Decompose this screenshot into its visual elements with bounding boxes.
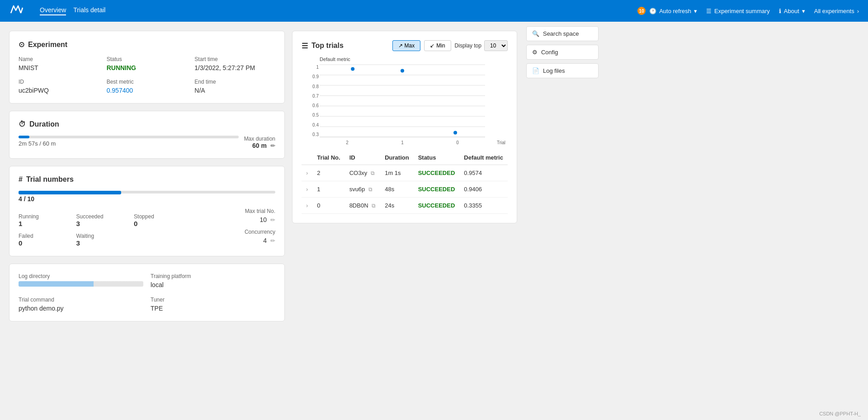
- search-icon: 🔍: [532, 30, 539, 37]
- table-row: › 2 CO3xy ⧉ 1m 1s SUCCEEDED 0.9574: [302, 165, 508, 181]
- nav-trials-detail[interactable]: Trials detail: [73, 6, 105, 15]
- sidebar-right: 🔍 Search space ⚙ Config 📄 Log files: [526, 22, 599, 420]
- trial-command-field: Trial command python demo.py: [19, 297, 143, 312]
- top-trials-icon: ☰: [302, 42, 308, 50]
- experiment-status-field: Status RUNNING: [107, 56, 188, 71]
- experiment-icon: ⊙: [19, 40, 24, 49]
- trial-id-2: 8DB0N ⧉: [345, 198, 381, 214]
- experiment-summary-label: Experiment summary: [714, 8, 770, 14]
- row-expand-2[interactable]: ›: [306, 202, 308, 209]
- row-expand-0[interactable]: ›: [306, 170, 308, 176]
- log-card: Log directory Training platform local Tr…: [9, 264, 285, 321]
- duration-edit-icon[interactable]: ✏: [270, 142, 275, 149]
- svg-point-8: [351, 67, 354, 71]
- auto-refresh-chevron: ▾: [694, 8, 697, 14]
- experiment-best-metric-field: Best metric 0.957400: [107, 79, 188, 94]
- col-metric: Default metric: [459, 151, 508, 165]
- trial-count: 4 / 10: [19, 195, 275, 203]
- svg-point-9: [401, 69, 404, 73]
- trial-id-1: svu6p ⧉: [345, 181, 381, 198]
- trial-status-2: SUCCEEDED: [414, 198, 460, 214]
- max-icon: ↗: [398, 42, 403, 49]
- duration-icon: ⏱: [19, 120, 26, 128]
- trial-no-0: 2: [312, 165, 344, 181]
- table-row: › 0 8DB0N ⧉ 24s SUCCEEDED 0.3355: [302, 198, 508, 214]
- log-dir-bar: [19, 281, 143, 287]
- menu-icon: ☰: [706, 8, 712, 14]
- log-files-icon: 📄: [532, 67, 539, 74]
- trial-metric-1: 0.9406: [459, 181, 508, 198]
- running-stat: Running 1: [19, 213, 71, 227]
- row-expand-1[interactable]: ›: [306, 186, 308, 193]
- top-trials-header: ☰ Top trials ↗ Max ↙ Min Displa: [302, 40, 508, 51]
- about-chevron: ▾: [802, 8, 805, 14]
- max-button[interactable]: ↗ Max: [392, 40, 421, 51]
- duration-progress-fill: [19, 136, 29, 138]
- chart-container: 1 0.9 0.8 0.7 0.6 0.5 0.4 0.3: [320, 65, 485, 137]
- tuner-field: Tuner TPE: [151, 297, 275, 312]
- log-files-label: Log files: [543, 67, 565, 74]
- col-status: Status: [414, 151, 460, 165]
- nav-overview[interactable]: Overview: [40, 6, 66, 15]
- sidebar-config[interactable]: ⚙ Config: [526, 45, 599, 60]
- waiting-stat: Waiting 3: [76, 233, 129, 247]
- footer-text: CSDN @PPHT-H_: [819, 411, 861, 416]
- svg-point-10: [453, 131, 457, 134]
- trial-duration-0: 1m 1s: [380, 165, 413, 181]
- min-button[interactable]: ↙ Min: [424, 40, 451, 51]
- auto-refresh-icon: 🕐: [649, 8, 656, 14]
- display-top-control: Display top 10 20 50: [455, 40, 508, 51]
- experiment-summary[interactable]: ☰ Experiment summary: [706, 8, 770, 14]
- experiment-id-field: ID uc2biPWQ: [19, 79, 99, 94]
- top-trials-card: ☰ Top trials ↗ Max ↙ Min Displa: [292, 31, 517, 223]
- max-trial-edit-icon[interactable]: ✏: [270, 217, 275, 223]
- all-experiments[interactable]: All experiments ›: [814, 8, 859, 14]
- trial-duration-1: 48s: [380, 181, 413, 198]
- trial-metric-2: 0.3355: [459, 198, 508, 214]
- sidebar-log-files[interactable]: 📄 Log files: [526, 63, 599, 78]
- display-top-select[interactable]: 10 20 50: [484, 40, 508, 51]
- copy-icon-1[interactable]: ⧉: [368, 186, 373, 193]
- col-trial-no: Trial No.: [312, 151, 344, 165]
- chart-x-trial-label: Trial: [497, 140, 505, 145]
- trial-status-0: SUCCEEDED: [414, 165, 460, 181]
- trial-progress: [19, 191, 275, 193]
- chart-svg: [320, 65, 485, 137]
- col-id: ID: [345, 151, 381, 165]
- training-platform-field: Training platform local: [151, 273, 275, 289]
- all-experiments-label: All experiments: [814, 8, 854, 14]
- sidebar-search-space[interactable]: 🔍 Search space: [526, 26, 599, 41]
- auto-refresh-badge: 10: [637, 7, 646, 15]
- failed-stat: Failed 0: [19, 233, 71, 247]
- trial-no-2: 0: [312, 198, 344, 214]
- auto-refresh-label: Auto refresh: [659, 8, 691, 14]
- trial-progress-fill: [19, 191, 121, 194]
- chart-metric-label: Default metric: [320, 57, 485, 62]
- copy-icon-2[interactable]: ⧉: [372, 203, 376, 209]
- experiment-start-time-field: Start time 1/3/2022, 5:27:27 PM: [194, 56, 275, 71]
- duration-progress: [19, 136, 239, 138]
- concurrency-edit-icon[interactable]: ✏: [270, 237, 275, 244]
- trial-numbers-icon: #: [19, 175, 23, 184]
- experiment-end-time-field: End time N/A: [194, 79, 275, 94]
- table-row: › 1 svu6p ⧉ 48s SUCCEEDED 0.9406: [302, 181, 508, 198]
- copy-icon-0[interactable]: ⧉: [371, 170, 375, 176]
- info-icon: ℹ: [779, 8, 781, 14]
- trial-numbers-title: # Trial numbers: [19, 175, 275, 184]
- all-experiments-arrow: ›: [857, 8, 859, 14]
- logo: [9, 3, 25, 19]
- right-panel: ☰ Top trials ↗ Max ↙ Min Displa: [292, 31, 517, 411]
- about[interactable]: ℹ About ▾: [779, 8, 805, 14]
- about-label: About: [784, 8, 799, 14]
- experiment-title: ⊙ Experiment: [19, 40, 275, 49]
- trial-id-0: CO3xy ⧉: [345, 165, 381, 181]
- header: Overview Trials detail 10 🕐 Auto refresh…: [0, 0, 868, 22]
- config-icon: ⚙: [532, 49, 538, 56]
- auto-refresh[interactable]: 10 🕐 Auto refresh ▾: [637, 7, 697, 15]
- succeeded-stat: Succeeded 3: [76, 213, 129, 227]
- config-label: Config: [541, 49, 558, 56]
- search-space-label: Search space: [543, 30, 579, 37]
- experiment-card: ⊙ Experiment Name MNIST Status RUNNING S…: [9, 31, 285, 104]
- stopped-stat: Stopped 0: [134, 213, 186, 227]
- col-duration: Duration: [380, 151, 413, 165]
